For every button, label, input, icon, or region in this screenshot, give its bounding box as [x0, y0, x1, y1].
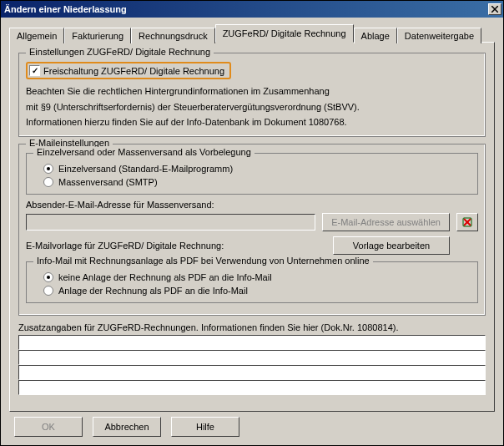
activation-label: Freischaltung ZUGFeRD/ Digitale Rechnung [43, 66, 224, 76]
tab-datenweitergabe[interactable]: Datenweitergabe [397, 28, 481, 43]
extra-label: Zusatzangaben für ZUGFeRD-Rechnungen. In… [18, 322, 486, 332]
radio-mass-indicator [43, 177, 53, 187]
extra-input-3[interactable] [18, 365, 486, 380]
tab-ablage[interactable]: Ablage [354, 28, 397, 43]
radio-single-indicator [43, 164, 53, 174]
extra-input-1[interactable] [18, 335, 486, 350]
tab-rechnungsdruck[interactable]: Rechnungsdruck [131, 28, 215, 43]
clear-icon [461, 216, 473, 228]
close-button[interactable] [488, 3, 501, 15]
radio-mass-label: Massenversand (SMTP) [58, 177, 158, 187]
radio-no-attach-indicator [43, 272, 53, 282]
sender-row: E-Mail-Adresse auswählen [26, 213, 478, 231]
send-mode-title: Einzelversand oder Massenversand als Vor… [33, 147, 255, 157]
radio-attach[interactable]: Anlage der Rechnung als PDF an die Info-… [33, 284, 471, 297]
sender-label: Absender-E-Mail-Adresse für Massenversan… [26, 200, 478, 210]
radio-mass-send[interactable]: Massenversand (SMTP) [33, 175, 471, 189]
help-button[interactable]: Hilfe [171, 417, 239, 437]
send-mode-group: Einzelversand oder Massenversand als Vor… [26, 153, 478, 195]
window-title: Ändern einer Niederlassung [4, 4, 127, 14]
template-label: E-Mailvorlage für ZUGFeRD/ Digitale Rech… [26, 241, 224, 251]
radio-no-attach-label: keine Anlage der Rechnung als PDF an die… [58, 272, 272, 282]
tab-strip: Allgemein Fakturierung Rechnungsdruck ZU… [9, 24, 495, 43]
info-line-2: mit §9 (Unterschriftserfordernis) der St… [26, 100, 478, 114]
infomail-group: Info-Mail mit Rechnungsanlage als PDF be… [26, 261, 478, 303]
edit-template-button[interactable]: Vorlage bearbeiten [333, 236, 450, 255]
tab-fakturierung[interactable]: Fakturierung [64, 28, 131, 43]
tab-allgemein[interactable]: Allgemein [9, 28, 64, 43]
radio-attach-indicator [43, 286, 53, 296]
info-line-1: Beachten Sie die rechtlichen Hintergrund… [26, 84, 478, 99]
sender-email-input [26, 214, 315, 231]
info-line-3: Informationen hierzu finden Sie auf der … [26, 115, 478, 129]
radio-no-attach[interactable]: keine Anlage der Rechnung als PDF an die… [33, 271, 471, 284]
radio-single-send[interactable]: Einzelversand (Standard-E-Mailprogramm) [33, 162, 471, 175]
titlebar: Ändern einer Niederlassung [1, 1, 503, 18]
extra-input-4[interactable] [18, 380, 486, 395]
template-row: E-Mailvorlage für ZUGFeRD/ Digitale Rech… [26, 236, 478, 255]
activation-checkbox[interactable] [29, 65, 40, 76]
ok-button: OK [14, 417, 83, 437]
settings-group: Einstellungen ZUGFeRD/ Digitale Rechnung… [18, 53, 486, 137]
radio-single-label: Einzelversand (Standard-E-Mailprogramm) [58, 164, 233, 174]
button-bar: OK Abbrechen Hilfe [9, 412, 495, 437]
settings-group-title: Einstellungen ZUGFeRD/ Digitale Rechnung [26, 47, 214, 57]
infomail-title: Info-Mail mit Rechnungsanlage als PDF be… [33, 256, 373, 266]
email-group: E-Maileinstellungen Einzelversand oder M… [18, 144, 486, 316]
extra-inputs [18, 335, 486, 395]
clear-email-button[interactable] [456, 213, 478, 231]
cancel-button[interactable]: Abbrechen [93, 417, 161, 437]
client-area: Allgemein Fakturierung Rechnungsdruck ZU… [1, 18, 503, 445]
radio-attach-label: Anlage der Rechnung als PDF an die Info-… [58, 286, 248, 296]
extra-input-2[interactable] [18, 350, 486, 365]
select-email-button: E-Mail-Adresse auswählen [322, 213, 450, 231]
dialog-window: Ändern einer Niederlassung Allgemein Fak… [0, 0, 504, 446]
tab-zugferd[interactable]: ZUGFeRD/ Digitale Rechnung [215, 24, 354, 43]
activation-highlight: Freischaltung ZUGFeRD/ Digitale Rechnung [26, 62, 231, 79]
tab-panel: Einstellungen ZUGFeRD/ Digitale Rechnung… [9, 42, 495, 412]
